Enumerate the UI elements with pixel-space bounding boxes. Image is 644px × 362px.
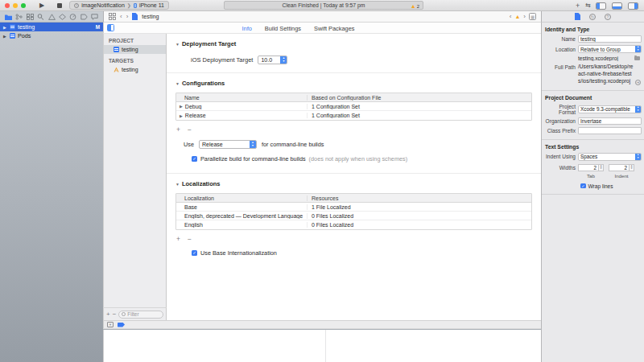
forward-icon[interactable]: ›: [126, 14, 129, 20]
tab-caption: Tab: [587, 173, 595, 179]
indent-using-label: Indent Using: [543, 154, 576, 159]
source-control-icon[interactable]: [15, 14, 23, 20]
navigator-item-pods[interactable]: ▶ Pods: [0, 31, 103, 40]
project-navigator-icon[interactable]: [5, 14, 12, 20]
editor-jump-bar: ‹ › testing ‹ ▲ › ▦: [103, 11, 541, 23]
toggle-inspector-button[interactable]: [628, 2, 638, 10]
tab-width-field[interactable]: 2: [578, 164, 599, 171]
remove-localization-button[interactable]: −: [188, 235, 192, 243]
breakpoints-toggle-icon[interactable]: [118, 323, 125, 327]
file-icon: [132, 13, 138, 20]
inspector-section-title: Text Settings: [545, 144, 642, 150]
disclosure-icon[interactable]: ▶: [3, 25, 7, 30]
editor-options-icon[interactable]: ▦: [529, 13, 536, 20]
remove-target-button[interactable]: −: [113, 311, 117, 318]
next-issue-icon[interactable]: ›: [523, 14, 526, 20]
panel-target-item[interactable]: testing: [104, 65, 166, 74]
indent-using-select[interactable]: Spaces ▲▼: [578, 153, 642, 161]
column-localization: Localization: [176, 195, 307, 201]
issue-warning-icon[interactable]: ▲: [514, 14, 520, 19]
panel-project-label: testing: [122, 47, 138, 52]
warning-count: 2: [417, 4, 419, 9]
project-format-select[interactable]: Xcode 9.3-compatible ▲▼: [578, 105, 642, 113]
add-target-button[interactable]: +: [106, 311, 110, 318]
jump-bar-file-name[interactable]: testing: [142, 13, 159, 20]
add-configuration-button[interactable]: +: [176, 125, 180, 134]
table-row[interactable]: English, deprecated — Development Langua…: [176, 212, 531, 220]
deployment-target-select[interactable]: 10.0 ▲▼: [258, 56, 287, 64]
table-header-row: Localization Resources: [176, 194, 531, 203]
breakpoint-navigator-icon[interactable]: [80, 14, 88, 20]
stop-button[interactable]: [57, 3, 62, 8]
symbol-navigator-icon[interactable]: [27, 14, 34, 20]
filter-input[interactable]: Filter: [118, 311, 163, 319]
organization-field[interactable]: Invertase: [578, 117, 642, 125]
navigator-tab-strip: [0, 11, 103, 23]
quick-help-icon[interactable]: ?: [605, 14, 611, 20]
navigator-item-testing[interactable]: ▶ testing M: [0, 23, 103, 31]
stepper-arrows-icon[interactable]: ▲▼: [630, 164, 634, 171]
table-header-row: Name Based on Configuration File: [176, 93, 531, 102]
class-prefix-field[interactable]: [578, 127, 642, 134]
search-icon[interactable]: [37, 14, 44, 20]
table-row[interactable]: ▶Release 1 Configuration Set: [176, 111, 531, 120]
assistant-editor-icon[interactable]: ⇆: [585, 2, 590, 9]
disclosure-icon[interactable]: ▶: [180, 104, 183, 109]
section-title: Configurations: [182, 80, 225, 87]
test-navigator-icon[interactable]: [59, 14, 66, 20]
remove-configuration-button[interactable]: −: [188, 125, 192, 134]
hide-debug-area-icon[interactable]: ▼: [107, 322, 114, 327]
project-file-icon: [114, 47, 119, 52]
add-localization-button[interactable]: +: [176, 235, 180, 243]
tab-overview-icon[interactable]: [109, 13, 116, 20]
collapse-section-icon[interactable]: ▼: [175, 182, 180, 187]
column-resources: Resources: [307, 195, 531, 201]
stepper-arrows-icon[interactable]: ▲▼: [599, 164, 604, 171]
collapse-section-icon[interactable]: ▼: [175, 81, 180, 86]
history-inspector-icon[interactable]: ↻: [589, 14, 596, 20]
localization-name: English: [176, 222, 307, 228]
debug-bar: ▼: [103, 320, 541, 329]
toggle-debug-area-button[interactable]: [612, 2, 622, 10]
file-inspector-icon[interactable]: [575, 13, 580, 20]
parallelize-note: (does not apply when using schemes): [309, 155, 408, 162]
tab-swift-packages[interactable]: Swift Packages: [314, 25, 355, 32]
scheme-selector[interactable]: i imageNotification ❯ iPhone 11: [69, 1, 169, 10]
panel-project-item[interactable]: testing: [104, 45, 166, 54]
name-field[interactable]: testing: [578, 35, 642, 43]
table-row[interactable]: English 0 Files Localized: [176, 220, 531, 229]
disclosure-icon[interactable]: ▶: [180, 113, 183, 118]
dropdown-arrows-icon: ▲▼: [280, 56, 287, 64]
warning-badge[interactable]: ▲ 2: [411, 2, 419, 10]
debug-navigator-icon[interactable]: [69, 14, 76, 20]
base-internationalization-checkbox[interactable]: ✓: [192, 250, 197, 256]
goto-arrow-icon[interactable]: ➔: [635, 80, 641, 85]
location-select[interactable]: Relative to Group ▲▼: [578, 45, 642, 53]
tab-info[interactable]: Info: [242, 25, 251, 32]
zoom-window-icon[interactable]: [21, 3, 26, 8]
editor-segment-bar: Info Build Settings Swift Packages: [103, 23, 541, 34]
parallelize-checkbox[interactable]: ✓: [192, 156, 197, 162]
toggle-navigator-button[interactable]: [596, 2, 606, 10]
table-row[interactable]: ▶Debug 1 Configuration Set: [176, 102, 531, 111]
console-divider[interactable]: [325, 330, 326, 362]
minimize-window-icon[interactable]: [13, 3, 18, 8]
command-line-config-select[interactable]: Release ▲▼: [199, 140, 257, 149]
back-icon[interactable]: ‹: [120, 14, 122, 20]
collapse-section-icon[interactable]: ▼: [175, 42, 180, 47]
issue-navigator-icon[interactable]: [48, 14, 56, 20]
table-row[interactable]: Base 1 File Localized: [176, 203, 531, 212]
tab-build-settings[interactable]: Build Settings: [265, 25, 301, 32]
close-window-icon[interactable]: [5, 3, 10, 8]
folder-icon[interactable]: [634, 56, 640, 60]
dropdown-arrows-icon: ▲▼: [635, 154, 641, 160]
run-button[interactable]: ▶: [39, 2, 44, 9]
wrap-lines-label: Wrap lines: [588, 183, 613, 189]
disclosure-icon[interactable]: ▶: [3, 34, 7, 39]
report-navigator-icon[interactable]: [91, 14, 98, 20]
previous-issue-icon[interactable]: ‹: [510, 14, 512, 20]
library-add-button[interactable]: +: [576, 2, 580, 10]
window-controls: [5, 3, 26, 8]
wrap-lines-checkbox[interactable]: ✓: [580, 183, 586, 189]
indent-width-field[interactable]: 2: [609, 164, 630, 171]
